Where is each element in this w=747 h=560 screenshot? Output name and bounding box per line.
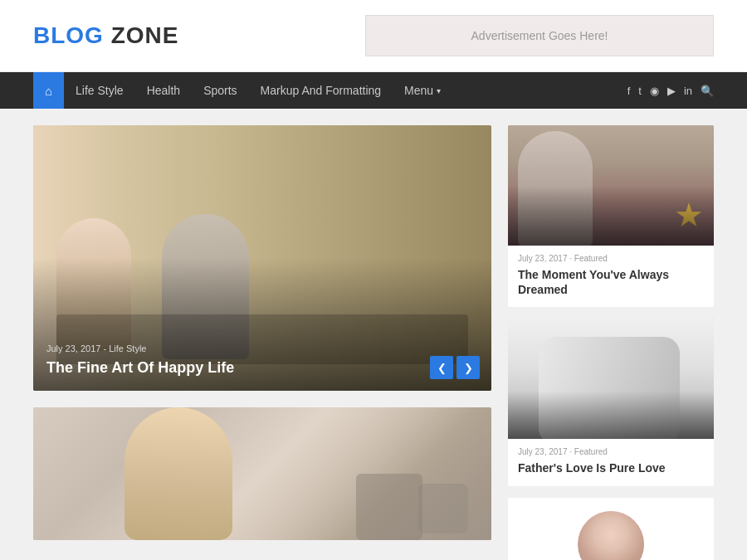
logo-zone: ZONE xyxy=(104,22,179,48)
slider-next-button[interactable]: ❯ xyxy=(456,356,480,379)
nav-home-button[interactable]: ⌂ xyxy=(33,72,64,109)
search-icon[interactable]: 🔍 xyxy=(701,85,714,97)
right-card-2[interactable]: July 23, 2017 · Featured Father's Love I… xyxy=(508,319,714,485)
right-card-1[interactable]: ★ July 23, 2017 · Featured The Moment Yo… xyxy=(508,125,714,307)
right-card-2-title: Father's Love Is Pure Love xyxy=(518,460,704,475)
main-navbar: ⌂ Life Style Health Sports Markup And Fo… xyxy=(0,72,747,109)
nav-menu-dropdown[interactable]: Menu xyxy=(393,72,452,109)
twitter-icon[interactable]: t xyxy=(638,85,642,97)
slider-prev-button[interactable]: ❮ xyxy=(430,356,453,379)
right-card-2-meta: July 23, 2017 · Featured xyxy=(518,447,704,456)
featured-title: The Fine Art Of Happy Life xyxy=(46,358,478,377)
author-widget: Wilfredo Ralph xyxy=(508,498,714,560)
logo-blog: BLOG xyxy=(33,22,104,48)
nav-item-markup[interactable]: Markup And Formatting xyxy=(249,72,393,109)
right-column: ★ July 23, 2017 · Featured The Moment Yo… xyxy=(508,125,714,560)
right-card-1-image: ★ xyxy=(508,125,714,246)
site-header: BLOG ZONE Advertisement Goes Here! xyxy=(0,0,747,72)
slider-controls: ❮ ❯ xyxy=(430,356,480,379)
right-card-1-title: The Moment You've Always Dreamed xyxy=(518,267,704,297)
bottom-left-card[interactable] xyxy=(33,407,491,540)
right-card-2-image xyxy=(508,319,714,439)
youtube-icon[interactable]: ▶ xyxy=(667,85,676,97)
slider-caption: July 23, 2017 - Life Style The Fine Art … xyxy=(33,330,491,391)
author-avatar-image xyxy=(578,511,644,560)
nav-item-health[interactable]: Health xyxy=(135,72,192,109)
featured-meta: July 23, 2017 - Life Style xyxy=(46,343,478,353)
right-card-1-meta: July 23, 2017 · Featured xyxy=(518,254,704,263)
main-content: July 23, 2017 - Life Style The Fine Art … xyxy=(0,109,747,560)
nav-left: ⌂ Life Style Health Sports Markup And Fo… xyxy=(33,72,452,109)
featured-slider: July 23, 2017 - Life Style The Fine Art … xyxy=(33,125,491,391)
site-logo[interactable]: BLOG ZONE xyxy=(33,22,178,49)
left-column: July 23, 2017 - Life Style The Fine Art … xyxy=(33,125,491,560)
facebook-icon[interactable]: f xyxy=(627,85,631,97)
nav-item-sports[interactable]: Sports xyxy=(192,72,248,109)
nav-right: f t ◉ ▶ in 🔍 xyxy=(627,85,714,97)
author-avatar xyxy=(578,511,644,560)
right-card-1-caption: July 23, 2017 · Featured The Moment You'… xyxy=(508,246,714,307)
instagram-icon[interactable]: ◉ xyxy=(650,85,659,97)
bottom-card-image xyxy=(33,407,491,540)
linkedin-icon[interactable]: in xyxy=(684,85,692,97)
ad-banner: Advertisement Goes Here! xyxy=(365,15,714,56)
right-card-2-caption: July 23, 2017 · Featured Father's Love I… xyxy=(508,439,714,485)
nav-item-lifestyle[interactable]: Life Style xyxy=(64,72,135,109)
